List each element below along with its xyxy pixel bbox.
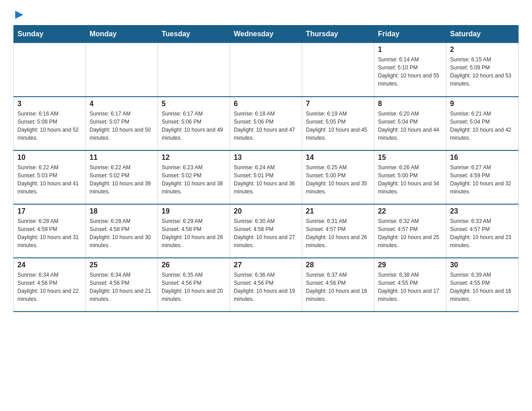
day-number: 30 xyxy=(450,261,515,269)
day-info: Sunrise: 6:25 AMSunset: 5:00 PMDaylight:… xyxy=(306,163,370,196)
day-number: 13 xyxy=(234,154,298,162)
day-number: 18 xyxy=(90,207,154,215)
day-number: 26 xyxy=(162,261,226,269)
day-number: 28 xyxy=(306,261,370,269)
day-info: Sunrise: 6:33 AMSunset: 4:57 PMDaylight:… xyxy=(450,217,515,249)
day-info: Sunrise: 6:34 AMSunset: 4:56 PMDaylight:… xyxy=(90,271,154,303)
day-info: Sunrise: 6:36 AMSunset: 4:56 PMDaylight:… xyxy=(234,271,298,303)
day-info: Sunrise: 6:28 AMSunset: 4:59 PMDaylight:… xyxy=(17,217,82,249)
day-info: Sunrise: 6:21 AMSunset: 5:04 PMDaylight:… xyxy=(450,110,515,142)
week-row-0: 1Sunrise: 6:14 AMSunset: 5:10 PMDaylight… xyxy=(14,43,519,97)
header-saturday: Saturday xyxy=(446,26,519,43)
day-number: 14 xyxy=(306,154,370,162)
day-number: 3 xyxy=(17,100,82,108)
calendar-cell: 30Sunrise: 6:39 AMSunset: 4:55 PMDayligh… xyxy=(446,258,519,312)
calendar-cell: 25Sunrise: 6:34 AMSunset: 4:56 PMDayligh… xyxy=(86,258,158,312)
header-monday: Monday xyxy=(86,26,158,43)
header-tuesday: Tuesday xyxy=(158,26,230,43)
header-friday: Friday xyxy=(374,26,446,43)
day-number: 6 xyxy=(234,100,298,108)
day-number: 25 xyxy=(90,261,154,269)
calendar-cell: 17Sunrise: 6:28 AMSunset: 4:59 PMDayligh… xyxy=(14,204,86,258)
calendar-header: SundayMondayTuesdayWednesdayThursdayFrid… xyxy=(14,26,519,43)
calendar-cell: 26Sunrise: 6:35 AMSunset: 4:56 PMDayligh… xyxy=(158,258,230,312)
day-info: Sunrise: 6:39 AMSunset: 4:55 PMDaylight:… xyxy=(450,271,515,303)
logo-flag-icon xyxy=(15,11,23,19)
calendar-cell: 28Sunrise: 6:37 AMSunset: 4:56 PMDayligh… xyxy=(302,258,374,312)
day-info: Sunrise: 6:15 AMSunset: 5:09 PMDaylight:… xyxy=(450,56,515,88)
calendar-cell xyxy=(14,43,86,97)
calendar-cell: 6Sunrise: 6:18 AMSunset: 5:06 PMDaylight… xyxy=(230,97,302,150)
day-number: 9 xyxy=(450,100,515,108)
day-info: Sunrise: 6:20 AMSunset: 5:04 PMDaylight:… xyxy=(378,110,442,142)
day-number: 23 xyxy=(450,207,515,215)
header-sunday: Sunday xyxy=(14,26,86,43)
week-row-1: 3Sunrise: 6:16 AMSunset: 5:08 PMDaylight… xyxy=(14,97,519,150)
week-row-2: 10Sunrise: 6:22 AMSunset: 5:03 PMDayligh… xyxy=(14,150,519,204)
day-info: Sunrise: 6:31 AMSunset: 4:57 PMDaylight:… xyxy=(306,217,370,249)
day-info: Sunrise: 6:37 AMSunset: 4:56 PMDaylight:… xyxy=(306,271,370,303)
day-number: 5 xyxy=(162,100,226,108)
day-number: 29 xyxy=(378,261,442,269)
day-info: Sunrise: 6:19 AMSunset: 5:05 PMDaylight:… xyxy=(306,110,370,142)
calendar-cell: 4Sunrise: 6:17 AMSunset: 5:07 PMDaylight… xyxy=(86,97,158,150)
calendar-cell xyxy=(86,43,158,97)
day-info: Sunrise: 6:30 AMSunset: 4:58 PMDaylight:… xyxy=(234,217,298,249)
day-number: 2 xyxy=(450,46,515,54)
day-info: Sunrise: 6:28 AMSunset: 4:58 PMDaylight:… xyxy=(90,217,154,249)
day-info: Sunrise: 6:24 AMSunset: 5:01 PMDaylight:… xyxy=(234,163,298,196)
day-number: 16 xyxy=(450,154,515,162)
day-number: 27 xyxy=(234,261,298,269)
day-number: 15 xyxy=(378,154,442,162)
day-number: 1 xyxy=(378,46,442,54)
day-number: 7 xyxy=(306,100,370,108)
calendar-cell: 21Sunrise: 6:31 AMSunset: 4:57 PMDayligh… xyxy=(302,204,374,258)
week-row-3: 17Sunrise: 6:28 AMSunset: 4:59 PMDayligh… xyxy=(14,204,519,258)
calendar-cell: 2Sunrise: 6:15 AMSunset: 5:09 PMDaylight… xyxy=(446,43,519,97)
calendar-cell: 20Sunrise: 6:30 AMSunset: 4:58 PMDayligh… xyxy=(230,204,302,258)
day-info: Sunrise: 6:16 AMSunset: 5:08 PMDaylight:… xyxy=(17,110,82,142)
calendar-cell: 19Sunrise: 6:29 AMSunset: 4:58 PMDayligh… xyxy=(158,204,230,258)
calendar-cell: 18Sunrise: 6:28 AMSunset: 4:58 PMDayligh… xyxy=(86,204,158,258)
header-row: SundayMondayTuesdayWednesdayThursdayFrid… xyxy=(14,26,519,43)
day-info: Sunrise: 6:23 AMSunset: 5:02 PMDaylight:… xyxy=(162,163,226,196)
calendar-cell: 5Sunrise: 6:17 AMSunset: 5:06 PMDaylight… xyxy=(158,97,230,150)
day-number: 12 xyxy=(162,154,226,162)
calendar-cell: 23Sunrise: 6:33 AMSunset: 4:57 PMDayligh… xyxy=(446,204,519,258)
calendar-cell: 29Sunrise: 6:38 AMSunset: 4:55 PMDayligh… xyxy=(374,258,446,312)
week-row-4: 24Sunrise: 6:34 AMSunset: 4:56 PMDayligh… xyxy=(14,258,519,312)
calendar-cell: 11Sunrise: 6:22 AMSunset: 5:02 PMDayligh… xyxy=(86,150,158,204)
calendar-cell xyxy=(158,43,230,97)
calendar-cell: 24Sunrise: 6:34 AMSunset: 4:56 PMDayligh… xyxy=(14,258,86,312)
day-info: Sunrise: 6:35 AMSunset: 4:56 PMDaylight:… xyxy=(162,271,226,303)
day-info: Sunrise: 6:34 AMSunset: 4:56 PMDaylight:… xyxy=(17,271,82,303)
calendar-cell: 8Sunrise: 6:20 AMSunset: 5:04 PMDaylight… xyxy=(374,97,446,150)
calendar-cell: 10Sunrise: 6:22 AMSunset: 5:03 PMDayligh… xyxy=(14,150,86,204)
calendar-cell: 3Sunrise: 6:16 AMSunset: 5:08 PMDaylight… xyxy=(14,97,86,150)
calendar-cell: 13Sunrise: 6:24 AMSunset: 5:01 PMDayligh… xyxy=(230,150,302,204)
day-number: 21 xyxy=(306,207,370,215)
day-info: Sunrise: 6:29 AMSunset: 4:58 PMDaylight:… xyxy=(162,217,226,249)
day-info: Sunrise: 6:17 AMSunset: 5:06 PMDaylight:… xyxy=(162,110,226,142)
calendar-cell: 16Sunrise: 6:27 AMSunset: 4:59 PMDayligh… xyxy=(446,150,519,204)
day-number: 17 xyxy=(17,207,82,215)
day-info: Sunrise: 6:38 AMSunset: 4:55 PMDaylight:… xyxy=(378,271,442,303)
day-number: 11 xyxy=(90,154,154,162)
day-info: Sunrise: 6:27 AMSunset: 4:59 PMDaylight:… xyxy=(450,163,515,196)
header-thursday: Thursday xyxy=(302,26,374,43)
day-info: Sunrise: 6:26 AMSunset: 5:00 PMDaylight:… xyxy=(378,163,442,196)
calendar-cell: 12Sunrise: 6:23 AMSunset: 5:02 PMDayligh… xyxy=(158,150,230,204)
calendar-cell: 15Sunrise: 6:26 AMSunset: 5:00 PMDayligh… xyxy=(374,150,446,204)
calendar-cell: 9Sunrise: 6:21 AMSunset: 5:04 PMDaylight… xyxy=(446,97,519,150)
calendar-cell: 22Sunrise: 6:32 AMSunset: 4:57 PMDayligh… xyxy=(374,204,446,258)
svg-marker-0 xyxy=(15,11,23,19)
day-number: 4 xyxy=(90,100,154,108)
calendar-table: SundayMondayTuesdayWednesdayThursdayFrid… xyxy=(13,25,519,312)
header-wednesday: Wednesday xyxy=(230,26,302,43)
day-number: 24 xyxy=(17,261,82,269)
calendar-body: 1Sunrise: 6:14 AMSunset: 5:10 PMDaylight… xyxy=(14,43,519,312)
day-info: Sunrise: 6:32 AMSunset: 4:57 PMDaylight:… xyxy=(378,217,442,249)
calendar-cell: 1Sunrise: 6:14 AMSunset: 5:10 PMDaylight… xyxy=(374,43,446,97)
calendar-cell xyxy=(230,43,302,97)
logo xyxy=(13,9,23,21)
